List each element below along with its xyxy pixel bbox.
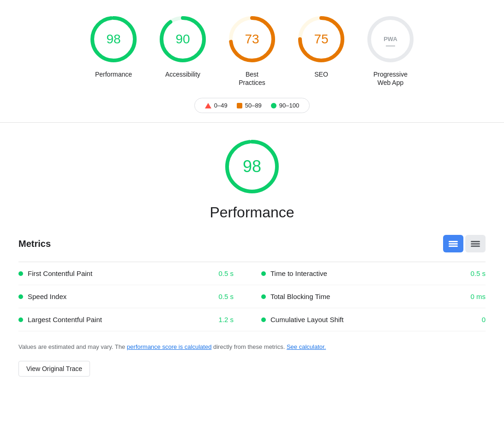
fail-icon xyxy=(205,103,211,108)
best-practices-score: 73 xyxy=(245,32,259,47)
legend-item-pass: 90–100 xyxy=(271,102,299,109)
pass-icon xyxy=(271,103,276,108)
metric-row-lcp: Largest Contentful Paint 1.2 s xyxy=(18,308,252,331)
lcp-value: 1.2 s xyxy=(218,316,234,323)
metrics-heading: Metrics xyxy=(18,239,51,249)
main-performance-title: Performance xyxy=(210,204,294,221)
best-practices-label: BestPractices xyxy=(239,70,265,87)
legend-item-average: 50–89 xyxy=(237,102,262,109)
scores-row: 98 Performance 90 Accessibility xyxy=(88,14,416,87)
cls-name: Cumulative Layout Shift xyxy=(270,316,477,323)
score-circle-best-practices: 73 xyxy=(227,14,277,65)
pwa-dash: — xyxy=(386,40,395,51)
score-item-best-practices[interactable]: 73 BestPractices xyxy=(227,14,277,87)
metric-row-si: Speed Index 0.5 s xyxy=(18,285,252,308)
score-circle-pwa: PWA — xyxy=(365,14,416,65)
score-item-pwa[interactable]: PWA — ProgressiveWeb App xyxy=(365,14,416,87)
fcp-name: First Contentful Paint xyxy=(28,269,214,277)
scores-section: 98 Performance 90 Accessibility xyxy=(0,0,504,123)
footer-text-before: Values are estimated and may vary. The xyxy=(18,343,127,350)
tti-name: Time to Interactive xyxy=(270,269,466,277)
performance-score-link[interactable]: performance score is calculated xyxy=(127,343,212,350)
tbt-dot xyxy=(261,294,266,299)
average-range: 50–89 xyxy=(245,102,262,109)
performance-label: Performance xyxy=(95,70,132,78)
toggle-grid-button[interactable] xyxy=(443,235,463,252)
tbt-value: 0 ms xyxy=(470,293,486,300)
metrics-grid: First Contentful Paint 0.5 s Time to Int… xyxy=(18,262,486,331)
performance-score: 98 xyxy=(106,32,120,47)
view-toggle xyxy=(443,235,486,252)
accessibility-label: Accessibility xyxy=(165,70,200,78)
main-score-number: 98 xyxy=(243,157,261,176)
si-name: Speed Index xyxy=(28,293,214,300)
legend-item-fail: 0–49 xyxy=(205,102,228,109)
tti-dot xyxy=(261,271,266,276)
list-icon xyxy=(471,241,480,247)
seo-label: SEO xyxy=(314,70,328,78)
fail-range: 0–49 xyxy=(214,102,228,109)
lcp-name: Largest Contentful Paint xyxy=(28,316,214,323)
accessibility-score: 90 xyxy=(175,32,190,47)
metric-row-tti: Time to Interactive 0.5 s xyxy=(252,262,486,285)
score-item-performance[interactable]: 98 Performance xyxy=(88,14,139,78)
legend-pill: 0–49 50–89 90–100 xyxy=(194,98,310,113)
tti-value: 0.5 s xyxy=(470,269,486,277)
main-section: 98 Performance Metrics xyxy=(0,123,504,386)
si-value: 0.5 s xyxy=(218,293,234,300)
fcp-dot xyxy=(18,271,23,276)
metrics-header: Metrics xyxy=(18,235,486,252)
si-dot xyxy=(18,294,23,299)
metric-row-tbt: Total Blocking Time 0 ms xyxy=(252,285,486,308)
tbt-name: Total Blocking Time xyxy=(270,293,466,300)
metrics-section: Metrics xyxy=(18,235,486,377)
score-item-accessibility[interactable]: 90 Accessibility xyxy=(157,14,208,78)
pass-range: 90–100 xyxy=(279,102,299,109)
score-item-seo[interactable]: 75 SEO xyxy=(296,14,347,78)
toggle-list-button[interactable] xyxy=(465,235,486,252)
cls-value: 0 xyxy=(482,316,486,323)
metric-row-cls: Cumulative Layout Shift 0 xyxy=(252,308,486,331)
average-icon xyxy=(237,103,242,108)
score-circle-seo: 75 xyxy=(296,14,347,65)
cls-dot xyxy=(261,317,266,322)
fcp-value: 0.5 s xyxy=(218,269,234,277)
main-score-circle: 98 xyxy=(222,137,282,197)
metric-row-fcp: First Contentful Paint 0.5 s xyxy=(18,262,252,285)
view-trace-button[interactable]: View Original Trace xyxy=(18,361,90,377)
seo-score: 75 xyxy=(314,32,328,47)
lcp-dot xyxy=(18,317,23,322)
score-circle-performance: 98 xyxy=(88,14,139,65)
pwa-label: ProgressiveWeb App xyxy=(373,70,408,87)
footer-note: Values are estimated and may vary. The p… xyxy=(18,342,486,352)
footer-text-middle: directly from these metrics. xyxy=(211,343,287,350)
score-circle-accessibility: 90 xyxy=(157,14,208,65)
grid-icon xyxy=(449,241,458,247)
calculator-link[interactable]: See calculator. xyxy=(287,343,326,350)
